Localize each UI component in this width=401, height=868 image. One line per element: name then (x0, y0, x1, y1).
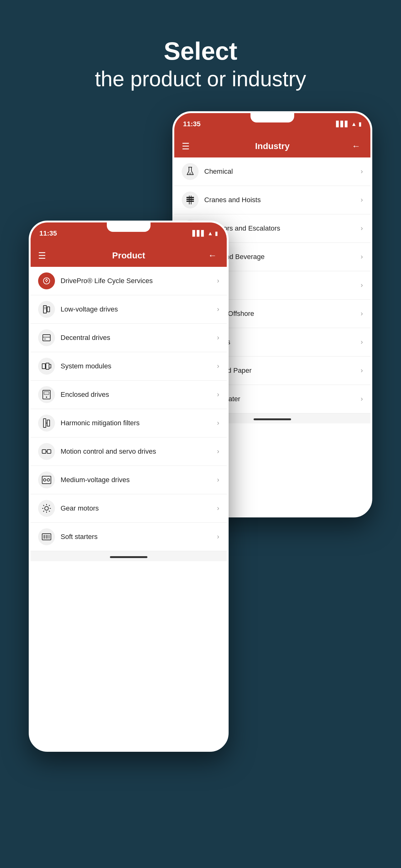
svg-rect-14 (47, 307, 49, 312)
header-select-text: Select (95, 37, 306, 65)
status-icons-product: ▋▋▋ ▲ ▮ (192, 230, 218, 237)
marine-chevron: › (361, 281, 363, 289)
svg-point-0 (189, 173, 192, 174)
phone-product: 11:35 ▋▋▋ ▲ ▮ ☰ Product ← (29, 221, 229, 752)
wifi-icon: ▲ (351, 121, 357, 127)
product-item-decentral[interactable]: Decentral drives › (31, 324, 227, 352)
product-item-harmonic[interactable]: Harmonic mitigation filters › (31, 409, 227, 437)
svg-rect-2 (187, 199, 194, 200)
svg-rect-22 (44, 392, 49, 395)
wifi-icon-product: ▲ (207, 230, 213, 237)
status-bar-industry: 11:35 ▋▋▋ ▲ ▮ (174, 113, 370, 135)
mv-drives-label: Medium-voltage drives (61, 476, 211, 484)
product-item-motion[interactable]: Motion control and servo drives › (31, 437, 227, 466)
chemical-label: Chemical (204, 167, 355, 176)
drivepro-label: DrivePro® Life Cycle Services (61, 277, 211, 285)
product-item-soft[interactable]: Soft starters › (31, 523, 227, 551)
lv-drives-icon (38, 301, 55, 318)
back-icon-industry[interactable]: ← (352, 141, 363, 151)
back-icon-product[interactable]: ← (208, 251, 219, 260)
svg-rect-33 (43, 535, 45, 539)
home-bar-product (110, 556, 147, 558)
status-bar-product: 11:35 ▋▋▋ ▲ ▮ (31, 222, 227, 244)
water-chevron: › (361, 395, 363, 403)
home-bar-industry (254, 418, 291, 420)
motion-chevron: › (217, 447, 219, 456)
product-item-drivepro[interactable]: DrivePro® Life Cycle Services › (31, 267, 227, 295)
svg-rect-27 (47, 450, 51, 453)
notch-product (107, 222, 151, 232)
soft-label: Soft starters (61, 533, 211, 541)
drivepro-icon (38, 273, 55, 289)
elevators-chevron: › (361, 224, 363, 232)
chemical-icon (182, 163, 199, 180)
signal-icon: ▋▋▋ (336, 121, 349, 127)
motion-label: Motion control and servo drives (61, 447, 211, 456)
svg-rect-35 (48, 535, 49, 539)
product-item-mv-drives[interactable]: Medium-voltage drives › (31, 466, 227, 494)
harmonic-icon (38, 415, 55, 432)
svg-rect-20 (49, 364, 51, 368)
system-chevron: › (217, 362, 219, 370)
svg-rect-15 (44, 307, 46, 309)
svg-rect-34 (46, 535, 48, 539)
app-title-product: Product (49, 251, 208, 260)
industry-item-cranes[interactable]: Cranes and Hoists › (174, 186, 370, 214)
mv-drives-chevron: › (217, 476, 219, 484)
svg-rect-4 (189, 195, 190, 204)
cranes-label: Cranes and Hoists (204, 196, 355, 204)
system-label: System modules (61, 362, 211, 370)
decentral-icon (38, 329, 55, 346)
svg-rect-24 (43, 419, 46, 428)
product-item-enclosed[interactable]: Enclosed drives › (31, 380, 227, 409)
svg-rect-25 (47, 420, 49, 426)
menu-icon-product[interactable]: ☰ (38, 251, 49, 261)
soft-icon (38, 528, 55, 545)
battery-icon: ▮ (359, 121, 362, 127)
harmonic-label: Harmonic mitigation filters (61, 419, 211, 427)
svg-rect-16 (43, 335, 50, 341)
svg-rect-19 (46, 363, 49, 369)
menu-icon-industry[interactable]: ☰ (182, 141, 193, 152)
cranes-icon (182, 191, 199, 208)
header-section: Select the product or industry (95, 0, 306, 111)
drivepro-chevron: › (217, 277, 219, 285)
lv-drives-chevron: › (217, 305, 219, 313)
pulp-chevron: › (361, 367, 363, 375)
status-icons-industry: ▋▋▋ ▲ ▮ (336, 121, 362, 127)
food-chevron: › (361, 253, 363, 261)
product-item-gear[interactable]: Gear motors › (31, 494, 227, 523)
notch-industry (250, 113, 294, 122)
enclosed-label: Enclosed drives (61, 391, 211, 399)
svg-rect-18 (42, 364, 45, 369)
svg-rect-5 (191, 195, 192, 204)
cranes-chevron: › (361, 196, 363, 204)
minerals-chevron: › (361, 338, 363, 346)
svg-point-12 (46, 281, 47, 282)
status-time-industry: 11:35 (183, 120, 201, 128)
status-time-product: 11:35 (39, 229, 57, 238)
svg-point-30 (47, 479, 49, 481)
svg-rect-1 (187, 197, 194, 198)
system-icon (38, 358, 55, 375)
product-item-system[interactable]: System modules › (31, 352, 227, 380)
gear-chevron: › (217, 504, 219, 513)
svg-rect-17 (44, 338, 46, 340)
app-header-product: ☰ Product ← (31, 244, 227, 267)
phones-area: 11:35 ▋▋▋ ▲ ▮ ☰ Industry ← (29, 111, 372, 736)
mv-drives-icon (38, 471, 55, 488)
gear-icon (38, 500, 55, 517)
home-indicator-product (31, 551, 227, 561)
svg-rect-3 (187, 200, 194, 202)
industry-item-chemical[interactable]: Chemical › (174, 157, 370, 186)
soft-chevron: › (217, 533, 219, 541)
battery-icon-product: ▮ (215, 230, 218, 237)
chemical-chevron: › (361, 167, 363, 176)
decentral-chevron: › (217, 334, 219, 342)
product-item-lv-drives[interactable]: Low-voltage drives › (31, 295, 227, 324)
enclosed-chevron: › (217, 391, 219, 399)
decentral-label: Decentral drives (61, 334, 211, 342)
lv-drives-label: Low-voltage drives (61, 305, 211, 313)
enclosed-icon (38, 386, 55, 403)
gear-label: Gear motors (61, 504, 211, 513)
